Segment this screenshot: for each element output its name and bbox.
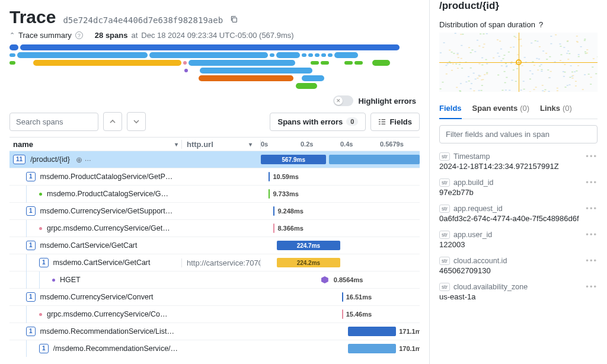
svg-rect-119 xyxy=(529,79,531,80)
svg-rect-61 xyxy=(486,63,488,65)
svg-rect-162 xyxy=(542,85,544,86)
svg-rect-161 xyxy=(571,72,573,73)
field-value: 465062709130 xyxy=(439,266,598,275)
svg-rect-106 xyxy=(538,59,540,60)
tab-links[interactable]: Links(0) xyxy=(540,100,572,119)
span-row[interactable]: 1msdemo.CartService/GetCart224.7ms xyxy=(9,237,420,254)
svg-rect-107 xyxy=(569,77,571,78)
child-count-badge[interactable]: 11 xyxy=(13,155,25,164)
svg-rect-51 xyxy=(535,87,537,88)
type-badge: str xyxy=(439,152,450,161)
svg-rect-71 xyxy=(568,53,570,55)
more-icon[interactable]: ••• xyxy=(586,204,598,213)
span-row[interactable]: 11/product/{id}⊕···567.9ms xyxy=(9,151,420,168)
svg-rect-48 xyxy=(557,88,558,89)
svg-rect-190 xyxy=(478,90,480,91)
more-icon[interactable]: ••• xyxy=(586,230,598,239)
span-row[interactable]: grpc.msdemo.CurrencyService/Co…15.46ms xyxy=(9,305,420,323)
highlight-errors-toggle[interactable]: ✕ xyxy=(333,95,353,106)
span-table: name▾ http.url▾ 0s0.2s0.4s0.5679s 11/pro… xyxy=(9,137,420,357)
type-badge: str xyxy=(439,231,450,239)
tab-fields[interactable]: Fields xyxy=(439,100,462,119)
span-row[interactable]: 1/msdemo.RecommendationService/…170.1ms xyxy=(9,340,420,357)
field-item[interactable]: strapp.request_id•••0a6fd3c2-674c-4774-a… xyxy=(439,204,598,223)
svg-rect-47 xyxy=(565,87,567,88)
span-row[interactable]: 1msdemo.CartService/GetCarthttp://cartse… xyxy=(9,254,420,271)
type-badge: str xyxy=(439,178,450,187)
more-icon[interactable]: ••• xyxy=(586,152,598,161)
more-icon[interactable]: ··· xyxy=(85,155,91,164)
svg-rect-41 xyxy=(470,68,472,69)
svg-rect-53 xyxy=(560,55,562,56)
svg-rect-136 xyxy=(549,77,551,78)
prev-match-button[interactable] xyxy=(103,112,122,131)
svg-rect-177 xyxy=(522,65,523,66)
distribution-chart[interactable] xyxy=(439,33,598,92)
waterfall-overview[interactable] xyxy=(9,44,401,91)
span-row[interactable]: 1msdemo.RecommendationService/List…171.1… xyxy=(9,323,420,340)
distribution-label: Distribution of span duration xyxy=(439,20,535,29)
field-item[interactable]: strcloud.account.id•••465062709130 xyxy=(439,256,598,275)
copy-icon[interactable] xyxy=(230,15,238,23)
svg-rect-163 xyxy=(500,60,502,62)
trace-summary[interactable]: ⌃ Trace summary ? 28 spans at Dec 18 202… xyxy=(9,31,420,40)
tab-span-events[interactable]: Span events(0) xyxy=(472,100,529,119)
svg-rect-82 xyxy=(457,53,459,54)
svg-rect-96 xyxy=(446,74,448,75)
col-url-header[interactable]: http.url▾ xyxy=(181,140,261,149)
svg-rect-83 xyxy=(549,56,551,58)
field-value: 0a6fd3c2-674c-4774-a40e-7f5c48986d6f xyxy=(439,214,598,223)
magnify-icon[interactable]: ⊕ xyxy=(76,155,82,164)
filter-fields-input[interactable]: Filter fields and values in span xyxy=(439,125,598,143)
field-item[interactable]: strTimestamp•••2024-12-18T14:23:34.97215… xyxy=(439,152,598,171)
svg-rect-176 xyxy=(462,34,464,35)
spans-with-errors-button[interactable]: Spans with errors 0 xyxy=(270,113,366,131)
span-row[interactable]: msdemo.ProductCatalogService/G…9.733ms xyxy=(9,185,420,202)
more-icon[interactable]: ••• xyxy=(586,282,598,291)
field-item[interactable]: strcloud.availability_zone•••us-east-1a xyxy=(439,282,598,301)
svg-rect-192 xyxy=(473,90,475,91)
more-icon[interactable]: ••• xyxy=(586,178,598,187)
db-op-icon xyxy=(321,276,328,283)
svg-rect-93 xyxy=(575,85,577,87)
col-name-header[interactable]: name▾ xyxy=(9,140,181,149)
help-icon[interactable]: ? xyxy=(539,20,543,29)
svg-rect-74 xyxy=(544,90,546,91)
child-count-badge[interactable]: 1 xyxy=(26,241,36,250)
field-item[interactable]: strapp.user_id•••122003 xyxy=(439,230,598,249)
help-icon[interactable]: ? xyxy=(75,31,83,39)
svg-rect-62 xyxy=(470,52,472,53)
child-count-badge[interactable]: 1 xyxy=(26,206,36,216)
child-count-badge[interactable]: 1 xyxy=(39,258,49,267)
svg-rect-80 xyxy=(481,85,483,86)
span-row[interactable]: grpc.msdemo.CurrencyService/Get…8.366ms xyxy=(9,219,420,237)
highlight-errors-label: Highlight errors xyxy=(358,97,416,106)
next-match-button[interactable] xyxy=(127,112,146,131)
span-row[interactable]: 1msdemo.CurrencyService/Convert16.51ms xyxy=(9,288,420,305)
svg-rect-167 xyxy=(468,81,470,82)
span-row[interactable]: HGET0.8564ms xyxy=(9,271,420,288)
fields-button[interactable]: Fields xyxy=(370,113,420,131)
svg-rect-204 xyxy=(582,89,584,90)
field-item[interactable]: strapp.build_id•••97e2b77b xyxy=(439,178,598,197)
svg-rect-183 xyxy=(449,50,451,51)
child-count-badge[interactable]: 1 xyxy=(26,172,36,181)
db-icon xyxy=(52,279,55,282)
span-count: 28 spans xyxy=(95,31,128,40)
svg-rect-10 xyxy=(445,65,447,66)
child-count-badge[interactable]: 1 xyxy=(26,327,36,336)
more-icon[interactable]: ••• xyxy=(586,256,598,265)
svg-rect-145 xyxy=(563,71,564,72)
span-row[interactable]: 1msdemo.ProductCatalogService/GetP…10.59… xyxy=(9,168,420,185)
svg-rect-156 xyxy=(481,79,483,81)
field-list: strTimestamp•••2024-12-18T14:23:34.97215… xyxy=(439,152,598,357)
child-count-badge[interactable]: 1 xyxy=(39,344,49,353)
field-key: app.request_id xyxy=(453,205,503,213)
search-spans-input[interactable]: Search spans xyxy=(9,113,98,131)
field-value: us-east-1a xyxy=(439,292,598,301)
svg-rect-50 xyxy=(442,82,443,83)
child-count-badge[interactable]: 1 xyxy=(26,292,36,302)
span-row[interactable]: 1msdemo.CurrencyService/GetSupport…9.248… xyxy=(9,202,420,219)
trace-header: Trace d5e724dc7a4e4406d7e638f982819aeb xyxy=(9,7,420,27)
svg-rect-110 xyxy=(584,40,586,41)
